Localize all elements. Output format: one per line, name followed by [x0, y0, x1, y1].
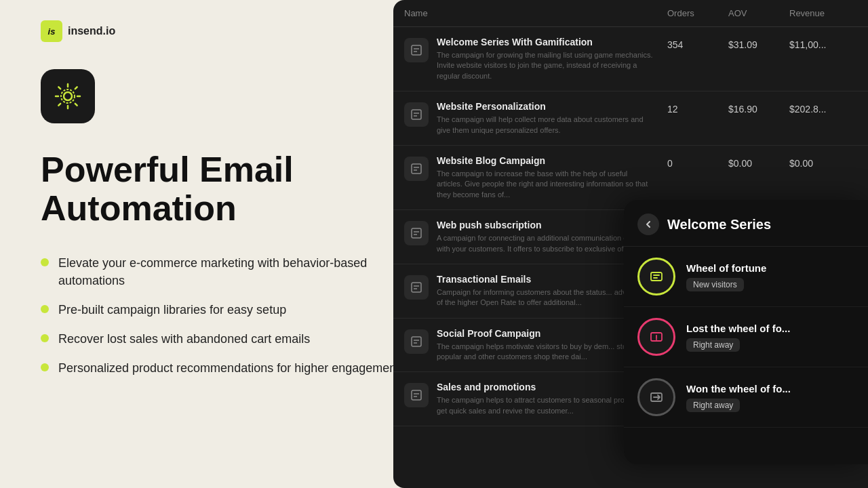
- logo-icon: is: [41, 20, 62, 42]
- feature-text: Pre-built campaign libraries for easy se…: [58, 302, 286, 319]
- bullet-icon: [41, 305, 49, 313]
- row-desc: The campaign to increase the base with t…: [437, 169, 654, 200]
- row-icon: [404, 221, 429, 245]
- row-name-cell: Website Personalization The campaign wil…: [404, 101, 667, 136]
- row-title: Transactional Emails: [437, 274, 654, 285]
- row-desc: Campaign for informing customers about t…: [437, 287, 654, 308]
- row-revenue: $202.8...: [789, 101, 857, 115]
- row-orders: 0: [667, 155, 728, 169]
- main-heading: Powerful Email Automation: [41, 150, 407, 228]
- feature-item: Pre-built campaign libraries for easy se…: [41, 302, 407, 319]
- row-title: Web push subscription: [437, 220, 654, 230]
- row-title: Social Proof Campaign: [437, 328, 654, 339]
- logo-text: insend.io: [68, 25, 115, 37]
- features-list: Elevate your e-commerce marketing with b…: [41, 255, 407, 377]
- row-desc: The campaign for growing the mailing lis…: [437, 50, 654, 81]
- table-row[interactable]: Welcome Series With Gamification The cam…: [393, 27, 868, 92]
- overlay-title: Welcome Series: [667, 217, 771, 232]
- row-icon: [404, 38, 429, 62]
- svg-rect-3: [412, 110, 421, 119]
- logo-area: is insend.io: [41, 20, 407, 42]
- row-icon: [404, 329, 429, 354]
- step-badge: Right away: [686, 399, 740, 412]
- row-desc: The campaign helps to attract customers …: [437, 395, 654, 416]
- gear-icon: [53, 81, 83, 111]
- row-title: Sales and promotions: [437, 382, 654, 392]
- row-orders: 12: [667, 101, 728, 115]
- col-header-name: Name: [404, 8, 667, 18]
- row-aov: $31.09: [728, 37, 789, 50]
- table-row[interactable]: Website Personalization The campaign wil…: [393, 92, 868, 146]
- row-desc: The campaign helps motivate visitors to …: [437, 342, 654, 363]
- svg-point-0: [64, 92, 72, 100]
- row-name-cell: Website Blog Campaign The campaign to in…: [404, 155, 667, 200]
- row-orders: 354: [667, 37, 728, 50]
- svg-rect-5: [412, 228, 421, 238]
- row-title: Website Personalization: [437, 101, 654, 112]
- row-aov: $16.90: [728, 101, 789, 115]
- row-title: Website Blog Campaign: [437, 155, 654, 166]
- row-revenue: $11,00...: [789, 37, 857, 50]
- svg-rect-6: [412, 283, 421, 292]
- feature-text: Personalized product recommendations for…: [58, 360, 399, 377]
- overlay-header: Welcome Series: [624, 200, 868, 247]
- col-header-aov: AOV: [728, 8, 789, 18]
- left-panel: is insend.io Powerful Email Automation E…: [0, 0, 448, 488]
- svg-rect-9: [651, 272, 662, 281]
- step-icon-wheel: [637, 258, 675, 296]
- step-item-won-wheel[interactable]: Won the wheel of fo... Right away: [624, 367, 868, 428]
- feature-text: Elevate your e-commerce marketing with b…: [58, 255, 407, 289]
- step-title: Won the wheel of fo...: [686, 383, 791, 394]
- feature-item: Personalized product recommendations for…: [41, 360, 407, 377]
- step-badge: Right away: [686, 338, 740, 352]
- back-button[interactable]: [637, 214, 659, 235]
- feature-text: Recover lost sales with abandoned cart e…: [58, 331, 310, 348]
- row-title: Welcome Series With Gamification: [437, 37, 654, 47]
- bullet-icon: [41, 334, 49, 342]
- row-aov: $0.00: [728, 155, 789, 169]
- row-revenue: $0.00: [789, 155, 857, 169]
- svg-rect-7: [412, 337, 421, 346]
- row-desc: The campaign will help collect more data…: [437, 115, 654, 136]
- svg-rect-4: [412, 164, 421, 174]
- step-title: Lost the wheel of fo...: [686, 323, 790, 334]
- step-badge: New visitors: [686, 278, 744, 291]
- row-icon: [404, 157, 429, 181]
- step-title: Wheel of fortune: [686, 262, 766, 274]
- row-icon: [404, 383, 429, 407]
- table-header: Name Orders AOV Revenue: [393, 0, 868, 27]
- welcome-series-overlay: Welcome Series Wheel of fortune New visi…: [624, 200, 868, 464]
- row-name-cell: Welcome Series With Gamification The cam…: [404, 37, 667, 81]
- feature-item: Elevate your e-commerce marketing with b…: [41, 255, 407, 289]
- step-icon-won: [637, 378, 675, 416]
- row-desc: A campaign for connecting an additional …: [437, 233, 654, 254]
- col-header-revenue: Revenue: [789, 8, 857, 18]
- bullet-icon: [41, 258, 49, 266]
- col-header-orders: Orders: [667, 8, 728, 18]
- gear-icon-box: [41, 69, 95, 123]
- step-item-wheel-of-fortune[interactable]: Wheel of fortune New visitors: [624, 247, 868, 307]
- feature-item: Recover lost sales with abandoned cart e…: [41, 331, 407, 348]
- svg-rect-2: [412, 45, 421, 55]
- row-icon: [404, 102, 429, 127]
- row-icon: [404, 275, 429, 300]
- svg-rect-8: [412, 390, 421, 400]
- bullet-icon: [41, 363, 49, 371]
- step-icon-lost: [637, 318, 675, 356]
- step-item-lost-wheel[interactable]: Lost the wheel of fo... Right away: [624, 307, 868, 367]
